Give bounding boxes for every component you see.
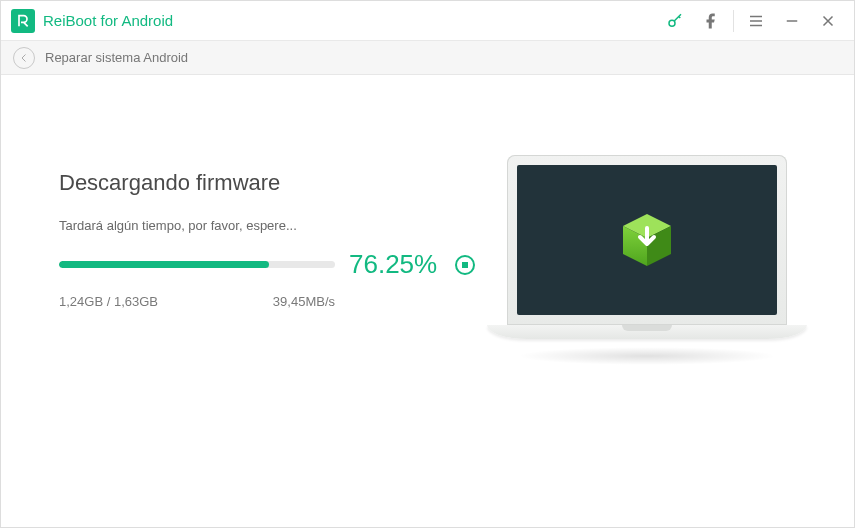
progress-bar (59, 261, 335, 268)
back-button[interactable] (13, 47, 35, 69)
facebook-icon[interactable] (693, 1, 729, 41)
progress-bar-fill (59, 261, 269, 268)
minimize-button[interactable] (774, 1, 810, 41)
illustration-panel (479, 125, 814, 528)
laptop-illustration (487, 155, 807, 365)
close-button[interactable] (810, 1, 846, 41)
app-title: ReiBoot for Android (43, 12, 173, 29)
size-label: 1,24GB / 1,63GB (59, 294, 158, 309)
separator (733, 10, 734, 32)
svg-point-0 (669, 20, 675, 26)
breadcrumb-bar: Reparar sistema Android (1, 41, 854, 75)
page-subtext: Tardará algún tiempo, por favor, espere.… (59, 218, 479, 233)
progress-percent: 76.25% (349, 249, 437, 280)
main-content: Descargando firmware Tardará algún tiemp… (1, 75, 854, 528)
page-heading: Descargando firmware (59, 170, 479, 196)
package-download-icon (615, 208, 679, 272)
stop-button[interactable] (455, 255, 475, 275)
titlebar: ReiBoot for Android (1, 1, 854, 41)
menu-icon[interactable] (738, 1, 774, 41)
speed-label: 39,45MB/s (273, 294, 335, 309)
stop-icon (462, 262, 468, 268)
progress-stats: 1,24GB / 1,63GB 39,45MB/s (59, 294, 335, 309)
key-icon[interactable] (657, 1, 693, 41)
progress-row: 76.25% (59, 249, 479, 280)
download-panel: Descargando firmware Tardará algún tiemp… (59, 125, 479, 528)
app-logo (11, 9, 35, 33)
breadcrumb-label: Reparar sistema Android (45, 50, 188, 65)
